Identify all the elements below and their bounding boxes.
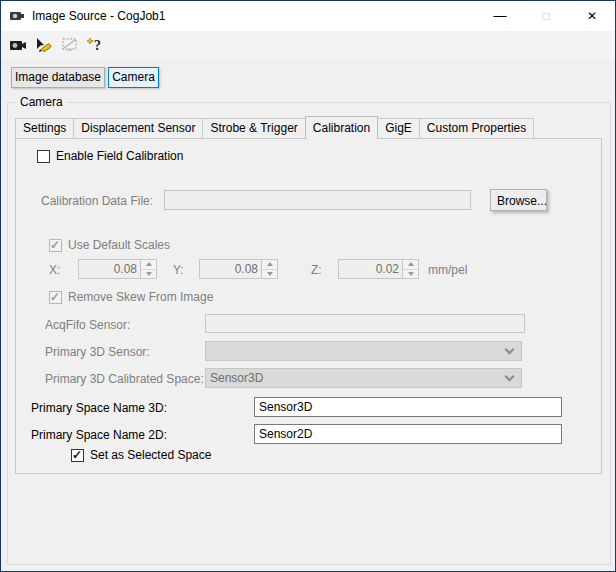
x-scale-value: 0.08 xyxy=(79,260,140,278)
spin-down-icon[interactable] xyxy=(262,270,277,279)
camera-button[interactable]: Camera xyxy=(108,67,159,88)
app-icon xyxy=(9,8,25,24)
tab-custom-properties[interactable]: Custom Properties xyxy=(419,118,534,138)
toolbar: ? xyxy=(1,31,615,59)
window-controls: — □ ✕ xyxy=(477,1,615,31)
x-scale-spinner[interactable]: 0.08 xyxy=(78,259,157,279)
image-database-button[interactable]: Image database xyxy=(11,67,105,88)
y-scale-value: 0.08 xyxy=(200,260,261,278)
minimize-button[interactable]: — xyxy=(477,1,523,31)
z-scale-spinner[interactable]: 0.02 xyxy=(338,259,419,279)
tab-strip: Settings Displacement Sensor Strobe & Tr… xyxy=(15,115,533,138)
tab-settings[interactable]: Settings xyxy=(15,118,74,138)
checkbox-box xyxy=(49,291,62,304)
tab-strobe-trigger[interactable]: Strobe & Trigger xyxy=(202,118,305,138)
y-scale-label: Y: xyxy=(173,263,184,277)
tab-calibration[interactable]: Calibration xyxy=(305,116,378,139)
y-scale-spin-buttons xyxy=(261,260,277,278)
maximize-icon: □ xyxy=(542,9,549,23)
tab-displacement-sensor[interactable]: Displacement Sensor xyxy=(73,118,203,138)
spin-down-icon[interactable] xyxy=(141,270,156,279)
primary-space-name-3d-input[interactable] xyxy=(254,397,562,417)
spin-down-icon[interactable] xyxy=(403,270,418,279)
spin-up-icon[interactable] xyxy=(141,260,156,270)
minimize-icon: — xyxy=(494,11,507,21)
close-button[interactable]: ✕ xyxy=(569,1,615,31)
primary-3d-sensor-label: Primary 3D Sensor: xyxy=(45,345,150,359)
set-as-selected-space-label: Set as Selected Space xyxy=(90,448,211,462)
primary-3d-sensor-combobox[interactable] xyxy=(205,341,522,361)
x-scale-spin-buttons xyxy=(140,260,156,278)
primary-space-name-2d-input[interactable] xyxy=(254,424,562,444)
image-source-window: Image Source - CogJob1 — □ ✕ xyxy=(0,0,616,572)
x-scale-label: X: xyxy=(49,263,60,277)
help-icon[interactable]: ? xyxy=(84,33,108,57)
checkbox-box xyxy=(71,449,84,462)
acqfifo-sensor-input[interactable] xyxy=(205,314,525,333)
primary-3d-calibrated-space-label: Primary 3D Calibrated Space: xyxy=(45,372,204,386)
primary-3d-calibrated-space-combobox[interactable]: Sensor3D xyxy=(205,368,522,388)
enable-field-calibration-checkbox[interactable]: Enable Field Calibration xyxy=(37,149,183,163)
checkbox-box xyxy=(49,239,62,252)
window-title: Image Source - CogJob1 xyxy=(32,9,165,23)
camera-group-title: Camera xyxy=(16,95,67,109)
acquire-camera-icon[interactable] xyxy=(6,33,30,57)
spin-up-icon[interactable] xyxy=(262,260,277,270)
setup-pencil-icon[interactable] xyxy=(32,33,56,57)
set-as-selected-space-checkbox[interactable]: Set as Selected Space xyxy=(71,448,211,462)
scale-units-label: mm/pel xyxy=(428,263,467,277)
z-scale-spin-buttons xyxy=(402,260,418,278)
enable-field-calibration-label: Enable Field Calibration xyxy=(56,149,183,163)
use-default-scales-label: Use Default Scales xyxy=(68,238,170,252)
calibration-data-file-input[interactable] xyxy=(164,190,471,210)
primary-space-name-2d-label: Primary Space Name 2D: xyxy=(31,428,167,442)
z-scale-value: 0.02 xyxy=(339,260,402,278)
remove-skew-checkbox[interactable]: Remove Skew From Image xyxy=(49,290,213,304)
chevron-down-icon xyxy=(505,371,515,381)
chevron-down-icon xyxy=(505,344,515,354)
live-display-disabled-icon[interactable] xyxy=(58,33,82,57)
tab-gige[interactable]: GigE xyxy=(377,118,420,138)
z-scale-label: Z: xyxy=(311,263,322,277)
titlebar: Image Source - CogJob1 — □ ✕ xyxy=(1,1,615,31)
calibration-data-file-label: Calibration Data File: xyxy=(41,194,153,208)
spin-up-icon[interactable] xyxy=(403,260,418,270)
use-default-scales-checkbox[interactable]: Use Default Scales xyxy=(49,238,170,252)
primary-3d-calibrated-space-value: Sensor3D xyxy=(206,369,506,387)
acqfifo-sensor-label: AcqFifo Sensor: xyxy=(45,318,130,332)
y-scale-spinner[interactable]: 0.08 xyxy=(199,259,278,279)
svg-text:?: ? xyxy=(94,38,101,53)
close-icon: ✕ xyxy=(587,9,597,23)
primary-space-name-3d-label: Primary Space Name 3D: xyxy=(31,401,167,415)
remove-skew-label: Remove Skew From Image xyxy=(68,290,213,304)
browse-button[interactable]: Browse... xyxy=(490,189,547,211)
checkbox-box xyxy=(37,150,50,163)
maximize-button[interactable]: □ xyxy=(523,1,569,31)
